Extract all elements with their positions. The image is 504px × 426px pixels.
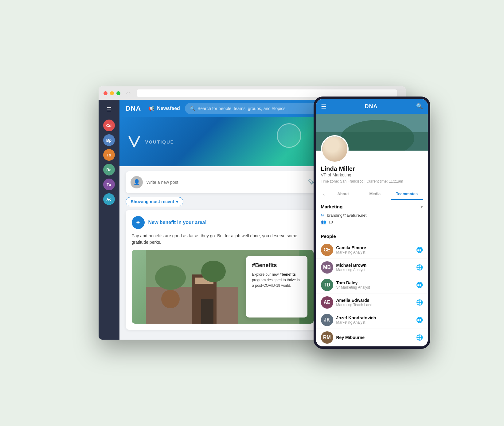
filter-bar: Showing most recent ▾ — [126, 197, 320, 206]
overlay-text: Explore our new #benefits program design… — [252, 272, 301, 288]
mobile-people-count: 10 — [329, 220, 333, 224]
feed-column: VOUTIQUE 👤 📎 — [119, 117, 326, 340]
overlay-hashtag: #Benefits — [252, 262, 301, 269]
forward-button[interactable]: › — [129, 91, 131, 96]
mobile-person-avatar-2: TD — [321, 279, 333, 291]
globe-icon-2[interactable]: 🌐 — [416, 282, 423, 288]
mobile-app-logo: DNA — [365, 103, 378, 110]
mobile-person-row-2: TD Tom Daley Sr Marketing Analyst 🌐 — [316, 276, 428, 294]
newsfeed-nav-item[interactable]: 📢 Newsfeed — [148, 106, 180, 112]
mobile-person-info-4: Jozef Kondratovich Marketing Analyst — [336, 315, 413, 325]
back-button[interactable]: ‹ — [127, 91, 128, 96]
mobile-person-name-0: Camila Elmore — [336, 245, 413, 250]
newsfeed-label: Newsfeed — [157, 106, 180, 111]
mobile-person-avatar-3: AE — [321, 296, 333, 309]
mobile-tab-media[interactable]: Media — [359, 188, 391, 200]
mobile-person-role-1: Marketing Analyst — [336, 268, 413, 272]
mobile-person-name-2: Tom Daley — [336, 280, 413, 285]
sidebar-avatar-to[interactable]: To — [103, 149, 115, 161]
globe-icon-3[interactable]: 🌐 — [416, 299, 423, 306]
mobile-person-name-4: Jozef Kondratovich — [336, 315, 413, 320]
mobile-menu-icon[interactable]: ☰ — [321, 103, 326, 110]
mobile-section-header: Marketing ▾ — [321, 204, 423, 210]
composer-avatar: 👤 — [131, 176, 143, 188]
mobile-person-row-3: AE Amelia Edwards Marketing Teach Laed 🌐 — [316, 294, 428, 311]
svg-rect-6 — [201, 299, 213, 324]
mobile-tab-back[interactable]: ‹ — [321, 188, 327, 200]
sidebar-avatar-ac[interactable]: Ac — [103, 193, 115, 205]
app-logo: DNA — [126, 105, 141, 112]
filter-label: Showing most recent — [131, 199, 174, 204]
company-banner: VOUTIQUE — [119, 117, 326, 166]
address-bar[interactable] — [137, 89, 397, 97]
mac-browser-window: ‹ › ☰ Cd Bp To Re Tu Ac — [99, 86, 406, 340]
mobile-person-row-5: RM Rey Mibourne 🌐 — [316, 329, 428, 346]
mobile-profile-avatar — [321, 135, 349, 163]
globe-icon-4[interactable]: 🌐 — [416, 317, 423, 323]
mac-dot-yellow[interactable] — [110, 91, 114, 95]
globe-icon-1[interactable]: 🌐 — [416, 264, 423, 271]
mobile-person-role-4: Marketing Analyst — [336, 320, 413, 325]
mobile-people-list: CE Camila Elmore Marketing Analyst 🌐 MB … — [316, 241, 428, 346]
svg-point-5 — [201, 261, 226, 282]
post-icon: ✦ — [132, 216, 145, 229]
mobile-person-info-5: Rey Mibourne — [336, 335, 413, 340]
mobile-person-name-5: Rey Mibourne — [336, 335, 413, 340]
search-icon: 🔍 — [190, 106, 195, 111]
mobile-person-avatar-1: MB — [321, 261, 333, 274]
mobile-person-info-0: Camila Elmore Marketing Analyst — [336, 245, 413, 254]
svg-point-4 — [155, 265, 186, 290]
mobile-timezone: Time zone: San Francisco | Current time:… — [321, 179, 423, 183]
mobile-profile-content: Linda Miller VP of Marketing Time zone: … — [316, 135, 428, 188]
post-body: Pay and benefits are good as far as they… — [132, 233, 314, 246]
mobile-person-role-2: Sr Marketing Analyst — [336, 285, 413, 290]
mobile-tab-about[interactable]: About — [327, 188, 359, 200]
sidebar-avatar-cd[interactable]: Cd — [103, 120, 115, 131]
mobile-tab-teammates[interactable]: Teammates — [391, 188, 423, 200]
sidebar-avatar-re[interactable]: Re — [103, 164, 115, 176]
mobile-person-name-3: Amelia Edwards — [336, 298, 413, 303]
mobile-people-count-row: 👥 10 — [321, 219, 423, 224]
globe-icon-0[interactable]: 🌐 — [416, 247, 423, 253]
mobile-person-avatar-0: CE — [321, 244, 333, 256]
mobile-email-row: ✉ branding@avature.net — [321, 213, 423, 218]
mac-dot-red[interactable] — [104, 91, 107, 95]
mobile-person-name-1: Michael Brown — [336, 263, 413, 268]
mobile-person-info-2: Tom Daley Sr Marketing Analyst — [336, 280, 413, 290]
mobile-section-title: Marketing — [321, 204, 343, 209]
company-name: VOUTIQUE — [145, 139, 174, 144]
mobile-search-icon[interactable]: 🔍 — [416, 103, 423, 110]
mobile-person-row-1: MB Michael Brown Marketing Analyst 🌐 — [316, 259, 428, 276]
mobile-avatar-wrap — [321, 135, 423, 163]
filter-button[interactable]: Showing most recent ▾ — [126, 197, 184, 206]
chevron-down-icon[interactable]: ▾ — [420, 204, 423, 210]
post-title: New benefit in your area! — [148, 220, 207, 225]
people-icon: 👥 — [321, 219, 326, 224]
chevron-down-icon: ▾ — [176, 199, 178, 204]
mobile-marketing-section: Marketing ▾ ✉ branding@avature.net 👥 10 — [316, 200, 428, 230]
feed-inner: 👤 📎 Showing most recent ▾ — [119, 171, 326, 336]
mobile-person-role-3: Marketing Teach Laed — [336, 303, 413, 307]
sidebar-avatar-tu[interactable]: Tu — [103, 179, 115, 190]
search-placeholder: Search for people, teams, groups, and #t… — [197, 106, 285, 111]
mac-nav-buttons: ‹ › — [127, 91, 131, 96]
mobile-people-title: People — [316, 230, 428, 241]
mac-dot-green[interactable] — [116, 91, 120, 95]
post-card: ✦ New benefit in your area! Pay and bene… — [126, 210, 320, 330]
mobile-person-role-0: Marketing Analyst — [336, 250, 413, 254]
banner-logo: VOUTIQUE — [127, 134, 174, 149]
svg-point-7 — [161, 290, 180, 308]
post-header: ✦ New benefit in your area! — [132, 216, 314, 229]
mobile-overlay: ☰ DNA 🔍 Linda Miller VP of Marketing Tim… — [314, 97, 430, 349]
mobile-email: branding@avature.net — [327, 213, 367, 218]
post-input[interactable] — [147, 180, 304, 185]
email-icon: ✉ — [321, 213, 325, 218]
mobile-person-info-1: Michael Brown Marketing Analyst — [336, 263, 413, 272]
sidebar-menu-icon[interactable]: ☰ — [104, 104, 114, 115]
mobile-nav: ☰ DNA 🔍 — [316, 99, 428, 114]
post-composer: 👤 📎 — [126, 171, 320, 193]
mobile-person-row-0: CE Camila Elmore Marketing Analyst 🌐 — [316, 241, 428, 259]
mobile-person-avatar-5: RM — [321, 331, 333, 344]
globe-icon-5[interactable]: 🌐 — [416, 334, 423, 341]
sidebar-avatar-bp[interactable]: Bp — [103, 134, 115, 146]
